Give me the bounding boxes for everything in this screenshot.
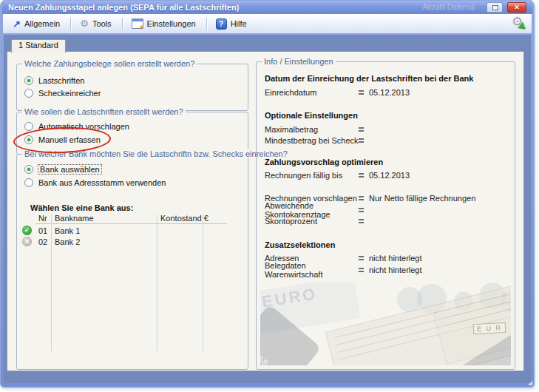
equals-marker-icon[interactable] (359, 196, 364, 200)
resize-grip[interactable] (528, 381, 532, 385)
group-title: Info / Einstellungen (262, 57, 336, 66)
field-value[interactable]: 05.12.2013 (369, 88, 410, 97)
cell-nr: 01 (38, 226, 47, 235)
titlebar[interactable]: Neuen Zahlungsstapel anlegen (SEPA für a… (2, 1, 532, 14)
radio-label: Bank auswählen (38, 165, 101, 174)
maximize-button[interactable] (487, 2, 503, 13)
radio-label: Automatisch vorschlagen (38, 122, 129, 131)
toolbar-button-label: Allgemein (24, 19, 60, 28)
toolbar: ↗ Allgemein ⚙ Tools ✶ Einstellungen ? Hi… (3, 14, 532, 34)
equals-marker-icon[interactable] (359, 208, 364, 212)
column-divider (157, 214, 157, 351)
toolbar-separator (70, 18, 72, 30)
equals-marker-icon[interactable] (359, 127, 364, 132)
euro-money-watermark: EURO E U R 1968 (260, 283, 511, 365)
payment-slip-shape (433, 283, 511, 365)
toolbar-button-tools[interactable]: ⚙ Tools (75, 16, 118, 31)
group-info-einstellungen: Info / Einstellungen Datum der Einreichu… (256, 61, 515, 370)
help-icon: ? (216, 18, 227, 30)
field-label: Skontoprozent (265, 217, 359, 226)
field-rechnungen-faellig-bis: Rechnungen fällig bis 05.12.2013 (265, 170, 509, 180)
close-button[interactable]: ✕ (507, 2, 526, 13)
column-divider (51, 214, 52, 351)
coin-icon (454, 291, 473, 311)
radio-scheckeinreicher[interactable]: Scheckeinreicher (24, 87, 101, 98)
section-heading: Datum der Einreichung der Lastschriften … (265, 74, 473, 83)
field-belegdaten-warenwirtschaft: Belegdaten Warenwirtschaft nicht hinterl… (265, 265, 509, 274)
field-label: Belegdaten Warenwirtschaft (265, 261, 359, 279)
tab-label: 1 Standard (18, 41, 58, 50)
execute-button[interactable]: ⚙ (512, 17, 526, 30)
field-value[interactable]: Nur Netto fällige Rechnungen (369, 194, 475, 203)
coin-icon (479, 283, 506, 309)
cell-bankname: Bank 2 (55, 237, 80, 246)
banknote-shape (260, 283, 361, 335)
field-skontoprozent: Skontoprozent (265, 216, 509, 226)
toolbar-button-allgemein[interactable]: ↗ Allgemein (8, 16, 67, 31)
column-header-kontostand: Kontostand € (160, 214, 209, 223)
section-heading: Zahlungsvorschlag optimieren (265, 158, 383, 166)
payment-slip-shape (325, 285, 511, 365)
tab-standard[interactable]: 1 Standard (11, 39, 66, 53)
radio-bank-auswaehlen[interactable]: Bank auswählen (24, 163, 101, 175)
field-label: Maximalbetrag (265, 125, 359, 134)
pen-shape (444, 334, 511, 365)
section-heading: Optionale Einstellungen (265, 111, 358, 120)
window-title: Neuen Zahlungsstapel anlegen (SEPA für a… (8, 3, 239, 12)
group-erstellungsart: Wie sollen die Lastschriften erstellt we… (16, 112, 248, 155)
field-maximalbetrag: Maximalbetrag (265, 124, 509, 134)
group-zahlungsbelege: Welche Zahlungsbelege sollen erstellt we… (16, 64, 248, 111)
active-check-icon: ✓ (22, 226, 32, 235)
close-icon: ✕ (514, 4, 520, 11)
group-title: Welche Zahlungsbelege sollen erstellt we… (22, 59, 197, 68)
field-mindestbetrag-scheck: Mindestbetrag bei Scheck (265, 135, 509, 145)
radio-label: Manuell erfassen (38, 135, 101, 144)
equals-marker-icon[interactable] (359, 268, 364, 272)
toolbar-button-einstellungen[interactable]: ✶ Einstellungen (127, 16, 203, 32)
toolbar-button-hilfe[interactable]: ? Hilfe (211, 16, 254, 33)
column-header-nr: Nr (38, 214, 47, 223)
group-title: Bei welcher Bank möchten Sie die Lastsch… (22, 149, 290, 158)
radio-bank-aus-adressstamm[interactable]: Bank aus Adressstamm verwenden (24, 177, 166, 188)
dialog-window: Neuen Zahlungsstapel anlegen (SEPA für a… (1, 0, 534, 387)
eur-chip-label: E U R (473, 322, 506, 334)
settings-window-titlebar (132, 19, 143, 21)
coin-icon (397, 287, 422, 312)
toolbar-separator (206, 18, 208, 30)
settings-window-icon: ✶ (132, 18, 143, 29)
cell-bankname: Bank 1 (55, 226, 80, 235)
field-value[interactable]: nicht hinterlegt (369, 266, 422, 274)
radio-manuell-erfassen[interactable]: Manuell erfassen (24, 134, 101, 145)
equals-marker-icon[interactable] (359, 138, 364, 143)
gear-icon: ⚙ (80, 19, 89, 28)
field-value[interactable]: nicht hinterlegt (369, 254, 422, 263)
radio-icon-selected (24, 135, 33, 144)
radio-icon (24, 178, 33, 187)
watermark-euro-text: EURO (260, 284, 319, 312)
radio-icon (24, 122, 33, 131)
column-divider (203, 214, 203, 351)
radio-lastschriften[interactable]: Lastschriften (24, 75, 84, 86)
equals-marker-icon[interactable] (359, 219, 364, 223)
radio-label: Lastschriften (38, 76, 84, 85)
radio-label: Scheckeinreicher (38, 89, 101, 98)
field-label: Mindestbetrag bei Scheck (265, 136, 359, 145)
equals-marker-icon[interactable] (359, 256, 364, 260)
radio-icon-selected (24, 165, 33, 174)
radio-label: Bank aus Adressstamm verwenden (38, 178, 166, 187)
section-heading: Zusatzselektionen (265, 240, 335, 249)
radio-automatisch-vorschlagen[interactable]: Automatisch vorschlagen (24, 121, 129, 132)
field-value[interactable]: 05.12.2013 (369, 171, 410, 180)
bank-table-caption: Wählen Sie eine Bank aus: (30, 203, 133, 212)
toolbar-button-label: Einstellungen (147, 19, 196, 28)
toolbar-separator (122, 18, 123, 30)
field-label: Rechnungen fällig bis (265, 171, 359, 180)
toolbar-button-label: Tools (92, 19, 112, 28)
coin-icon (417, 284, 447, 314)
equals-marker-icon[interactable] (359, 90, 364, 95)
inactive-cross-icon: ✕ (22, 237, 32, 246)
equals-marker-icon[interactable] (359, 173, 364, 178)
calculator-shape: 1968 (260, 304, 322, 365)
maximize-icon (492, 5, 498, 10)
settings-star-icon: ✶ (139, 24, 145, 31)
